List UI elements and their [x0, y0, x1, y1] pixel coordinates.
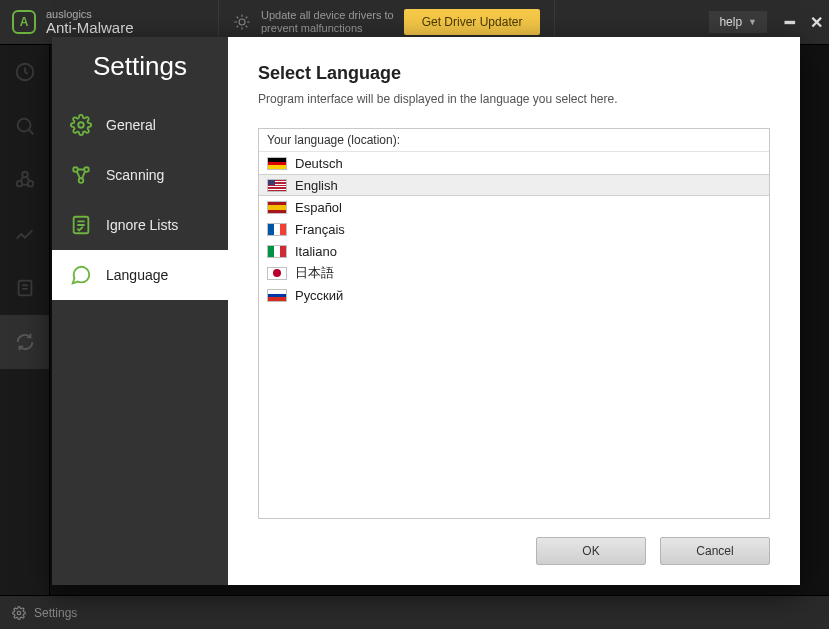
nav-scanning-label: Scanning [106, 167, 164, 183]
lang-label: 日本語 [295, 264, 334, 282]
flag-fr-icon [267, 223, 287, 236]
language-list-box: Your language (location): Deutsch Englis… [258, 128, 770, 519]
app-logo-block: A auslogics Anti-Malware [0, 8, 218, 37]
svg-point-10 [17, 119, 30, 132]
lang-item-es[interactable]: Español [259, 196, 769, 218]
lang-item-it[interactable]: Italiano [259, 240, 769, 262]
toolstrip-schedule[interactable] [0, 261, 49, 315]
app-logo-icon: A [12, 10, 36, 34]
svg-line-8 [246, 17, 248, 19]
close-button[interactable]: ✕ [803, 9, 829, 35]
svg-point-18 [73, 167, 78, 172]
gear-icon [70, 114, 92, 136]
settings-body: Select Language Program interface will b… [228, 37, 800, 585]
help-label: help [719, 15, 742, 29]
svg-line-7 [237, 26, 239, 28]
cancel-button[interactable]: Cancel [660, 537, 770, 565]
svg-line-11 [28, 130, 33, 135]
lang-item-fr[interactable]: Français [259, 218, 769, 240]
nav-language-label: Language [106, 267, 168, 283]
svg-point-16 [17, 611, 21, 615]
settings-title: Settings [52, 37, 228, 100]
flag-de-icon [267, 157, 287, 170]
help-dropdown[interactable]: help ▼ [709, 11, 767, 33]
flag-jp-icon [267, 267, 287, 280]
settings-sidebar: Settings General Scanning [52, 37, 228, 585]
toolstrip-settings[interactable] [0, 315, 49, 369]
promo-line-2: prevent malfunctions [261, 22, 394, 35]
gear-icon [12, 606, 26, 620]
nav-ignore-label: Ignore Lists [106, 217, 178, 233]
flag-es-icon [267, 201, 287, 214]
toolstrip-dashboard[interactable] [0, 45, 49, 99]
lang-item-en[interactable]: English [259, 174, 769, 196]
status-bar: Settings [0, 595, 829, 629]
main-toolstrip [0, 45, 50, 595]
nodes-icon [70, 164, 92, 186]
flag-ru-icon [267, 289, 287, 302]
language-list[interactable]: Deutsch English Español Français [259, 152, 769, 518]
language-list-label: Your language (location): [259, 129, 769, 152]
nav-ignore-lists[interactable]: Ignore Lists [52, 200, 228, 250]
toolstrip-scan[interactable] [0, 99, 49, 153]
nav-general-label: General [106, 117, 156, 133]
lang-label: Deutsch [295, 156, 343, 171]
nav-language[interactable]: Language [52, 250, 228, 300]
flag-us-icon [267, 179, 287, 192]
toolstrip-reports[interactable] [0, 207, 49, 261]
ok-button[interactable]: OK [536, 537, 646, 565]
lang-label: Русский [295, 288, 343, 303]
svg-line-6 [246, 26, 248, 28]
brand-big: Anti-Malware [46, 20, 134, 37]
flag-it-icon [267, 245, 287, 258]
nav-scanning[interactable]: Scanning [52, 150, 228, 200]
body-heading: Select Language [258, 63, 770, 84]
lang-item-de[interactable]: Deutsch [259, 152, 769, 174]
promo-line-1: Update all device drivers to [261, 9, 394, 22]
sun-icon [233, 13, 251, 31]
nav-general[interactable]: General [52, 100, 228, 150]
body-desc: Program interface will be displayed in t… [258, 92, 770, 106]
svg-point-19 [84, 167, 89, 172]
get-updater-button[interactable]: Get Driver Updater [404, 9, 541, 35]
brand-small: auslogics [46, 8, 134, 20]
lang-item-ru[interactable]: Русский [259, 284, 769, 306]
lang-item-ja[interactable]: 日本語 [259, 262, 769, 284]
speech-bubble-icon [70, 264, 92, 286]
list-check-icon [70, 214, 92, 236]
svg-line-5 [237, 17, 239, 19]
status-label[interactable]: Settings [34, 606, 77, 620]
minimize-button[interactable]: ━ [777, 9, 803, 35]
lang-label: Español [295, 200, 342, 215]
svg-point-0 [239, 19, 245, 25]
settings-modal: Settings General Scanning [52, 37, 800, 585]
lang-label: Italiano [295, 244, 337, 259]
chevron-down-icon: ▼ [748, 17, 757, 27]
lang-label: Français [295, 222, 345, 237]
lang-label: English [295, 178, 338, 193]
toolstrip-quarantine[interactable] [0, 153, 49, 207]
